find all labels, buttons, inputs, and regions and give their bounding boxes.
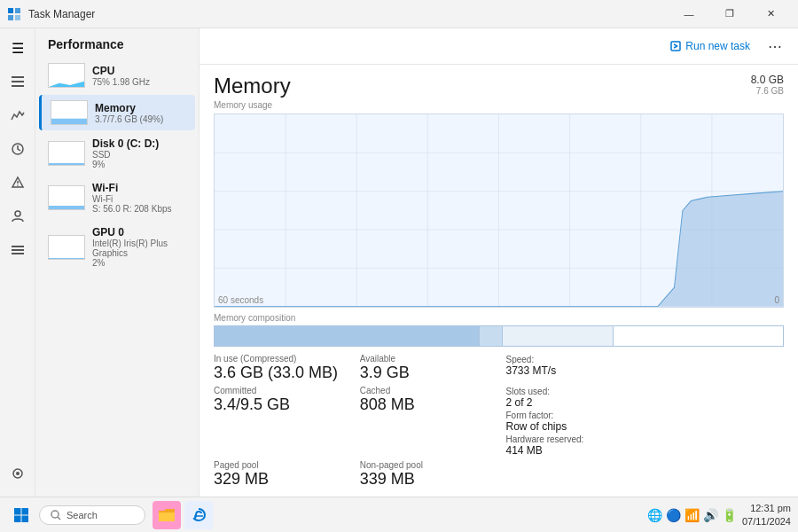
run-new-task-button[interactable]: Run new task (664, 36, 755, 56)
comp-modified (479, 326, 502, 346)
chart-svg (215, 114, 783, 307)
nav-strip: ☰ (0, 28, 35, 497)
nav-menu[interactable]: ☰ (2, 32, 34, 64)
search-label: Search (66, 510, 98, 520)
nav-services[interactable] (2, 458, 34, 489)
main-header: Run new task ⋯ (200, 28, 798, 65)
nav-startup[interactable] (2, 167, 34, 199)
sidebar-item-gpu[interactable]: GPU 0 Intel(R) Iris(R) Plus Graphics 2% (39, 221, 195, 273)
performance-area: Memory 8.0 GB 7.6 GB Memory usage (200, 65, 798, 497)
svg-rect-33 (22, 508, 29, 515)
chart-time-label: 60 seconds (218, 295, 263, 305)
tray-icon-2[interactable]: 🔵 (666, 508, 681, 522)
sidebar-item-disk[interactable]: Disk 0 (C: D:) SSD 9% (39, 132, 195, 175)
stats-grid: In use (Compressed) 3.6 GB (33.0 MB) Ava… (214, 354, 784, 489)
sidebar-header: Performance (35, 28, 199, 57)
app-title: Task Manager (28, 8, 95, 20)
stat-cached: Cached 808 MB (360, 386, 492, 457)
committed-label: Committed (214, 386, 346, 395)
tray-wifi[interactable]: 📶 (685, 508, 700, 522)
clock-time: 12:31 pm (742, 502, 791, 514)
slots-value: 2 of 2 (506, 396, 638, 409)
tray-volume[interactable]: 🔊 (703, 508, 718, 522)
sidebar-item-cpu[interactable]: CPU 75% 1.98 GHz (39, 58, 195, 93)
disk-sub1: SSD (92, 150, 159, 160)
perf-title-row: Memory 8.0 GB 7.6 GB (214, 74, 784, 98)
cpu-title: CPU (92, 65, 150, 77)
taskbar-clock[interactable]: 12:31 pm 07/11/2024 (742, 502, 791, 528)
hw-reserved-value: 414 MB (506, 444, 638, 457)
nav-performance[interactable] (2, 99, 34, 131)
stat-speed: Speed: 3733 MT/s (506, 354, 638, 383)
restore-button[interactable]: ❐ (709, 0, 750, 28)
titlebar: Task Manager — ❐ ✕ (0, 0, 798, 28)
wifi-thumbnail (48, 185, 85, 210)
svg-rect-0 (8, 8, 13, 13)
tray-battery[interactable]: 🔋 (722, 508, 737, 522)
svg-rect-2 (8, 15, 13, 20)
memory-info: Memory 3.7/7.6 GB (49%) (95, 102, 163, 124)
cpu-thumbnail (48, 63, 85, 88)
main-content: Run new task ⋯ Memory 8.0 GB 7.6 GB Memo… (200, 28, 798, 497)
cached-value: 808 MB (360, 395, 492, 415)
disk-sub2: 9% (92, 160, 159, 169)
wifi-title: Wi-Fi (92, 182, 172, 194)
svg-rect-38 (159, 512, 175, 521)
svg-rect-4 (12, 76, 24, 78)
start-button[interactable] (7, 501, 35, 529)
sidebar: Performance CPU 75% 1.98 GHz Memory 3.7/… (35, 28, 200, 497)
page-title: Memory (214, 74, 291, 98)
taskbar-left: Search (7, 501, 213, 529)
taskbar-right: 🌐 🔵 📶 🔊 🔋 12:31 pm 07/11/2024 (647, 502, 791, 528)
gpu-title: GPU 0 (92, 226, 186, 239)
speed-label: Speed: (506, 355, 638, 364)
edge-icon (191, 507, 207, 523)
committed-value: 3.4/9.5 GB (214, 395, 346, 415)
comp-free (613, 326, 783, 346)
close-button[interactable]: ✕ (750, 0, 791, 28)
stat-paged-pool: Paged pool 329 MB (214, 460, 346, 489)
taskbar-app-edge[interactable] (184, 501, 213, 529)
hw-reserved-label: Hardware reserved: (506, 434, 638, 444)
taskbar-app-explorer[interactable] (153, 501, 181, 529)
current-gb: 7.6 GB (751, 86, 784, 96)
svg-point-16 (16, 472, 20, 475)
wifi-sub1: Wi-Fi (92, 194, 172, 204)
nav-users[interactable] (2, 200, 34, 232)
stat-available: Available 3.9 GB (360, 354, 492, 383)
comp-inuse (215, 326, 479, 346)
taskbar-search-box[interactable]: Search (39, 505, 145, 525)
slots-label: Slots used: (506, 387, 638, 396)
paged-pool-label: Paged pool (214, 460, 346, 470)
svg-rect-3 (15, 15, 20, 20)
stat-slots: Slots used: 2 of 2 Form factor: Row of c… (506, 386, 638, 457)
app-body: ☰ (0, 28, 798, 497)
non-paged-pool-value: 339 MB (360, 470, 492, 489)
cpu-sub: 75% 1.98 GHz (92, 77, 150, 87)
gpu-sub1: Intel(R) Iris(R) Plus Graphics (92, 239, 186, 258)
nav-details[interactable] (2, 234, 34, 266)
disk-info: Disk 0 (C: D:) SSD 9% (92, 137, 159, 169)
disk-thumbnail (48, 141, 85, 166)
composition-bar (214, 325, 784, 347)
sidebar-item-memory[interactable]: Memory 3.7/7.6 GB (49%) (39, 95, 195, 130)
svg-line-19 (674, 46, 677, 48)
disk-title: Disk 0 (C: D:) (92, 137, 159, 150)
svg-rect-12 (12, 246, 24, 247)
wifi-info: Wi-Fi Wi-Fi S: 56.0 R: 208 Kbps (92, 182, 172, 214)
memory-chart: 60 seconds 0 (214, 113, 784, 308)
sidebar-item-wifi[interactable]: Wi-Fi Wi-Fi S: 56.0 R: 208 Kbps (39, 176, 195, 219)
cpu-info: CPU 75% 1.98 GHz (92, 65, 150, 87)
stat-col4-spacer (652, 354, 784, 383)
taskbar-apps (153, 501, 213, 529)
tray-icon-1[interactable]: 🌐 (647, 508, 662, 522)
stat-in-use: In use (Compressed) 3.6 GB (33.0 MB) (214, 354, 346, 383)
nav-processes[interactable] (2, 66, 34, 98)
form-factor-label: Form factor: (506, 411, 638, 420)
composition-section: Memory composition (214, 313, 784, 347)
more-button[interactable]: ⋯ (763, 34, 787, 59)
app-icon (7, 7, 21, 21)
minimize-button[interactable]: — (669, 0, 709, 28)
nav-app-history[interactable] (2, 133, 34, 165)
svg-rect-14 (12, 253, 24, 254)
